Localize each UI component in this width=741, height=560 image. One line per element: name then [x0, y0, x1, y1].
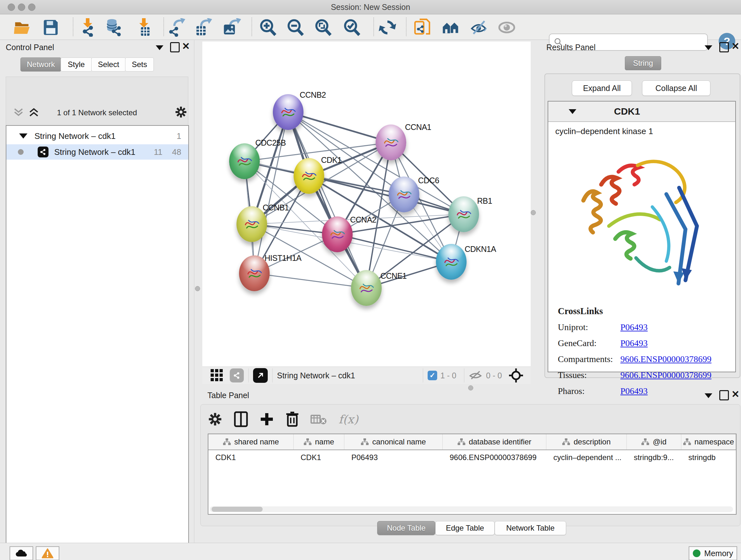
- edge-HIST1H1A-CCNE1[interactable]: [254, 273, 366, 288]
- entry-collapse-caret[interactable]: [569, 109, 576, 114]
- network-canvas[interactable]: CCNB2 CCNA1 CDC25B CDK1 CDC6 RB1 CCNB1 C…: [202, 42, 531, 367]
- gear-icon[interactable]: [175, 106, 187, 118]
- horizontal-scrollbar[interactable]: [210, 506, 733, 512]
- table-panel-float-icon[interactable]: [719, 390, 729, 400]
- hidden-eye-icon[interactable]: [469, 370, 482, 381]
- protein-thumbnail: [235, 152, 253, 170]
- edge-CCNB2-HIST1H1A[interactable]: [254, 112, 288, 273]
- tab-string[interactable]: String: [625, 56, 661, 70]
- first-neighbors-icon[interactable]: [442, 18, 460, 36]
- results-panel-close-icon[interactable]: ✕: [731, 42, 739, 51]
- collapse-all-button[interactable]: Collapse All: [642, 80, 711, 96]
- import-table-file-icon[interactable]: [134, 18, 152, 36]
- zoom-selected-icon[interactable]: [343, 18, 361, 36]
- tab-sets[interactable]: Sets: [125, 57, 154, 71]
- column-header-name[interactable]: name: [293, 434, 344, 449]
- save-session-icon[interactable]: [42, 18, 60, 36]
- results-panel-title: Results Panel: [546, 43, 596, 52]
- collection-expand-caret[interactable]: [19, 133, 27, 138]
- export-network-icon[interactable]: [167, 18, 186, 36]
- network-tree: String Network – cdk1 1 String Network –…: [6, 125, 189, 560]
- column-header-databaseidentifier[interactable]: database identifier: [443, 434, 546, 449]
- results-panel-dock-icon[interactable]: [704, 45, 712, 50]
- import-network-file-icon[interactable]: [77, 18, 96, 36]
- column-header-description[interactable]: description: [546, 434, 627, 449]
- node-CDC25B[interactable]: [229, 143, 260, 179]
- clone-network-icon[interactable]: [413, 18, 432, 36]
- table-panel-close-icon[interactable]: ✕: [731, 390, 739, 398]
- delete-column-icon[interactable]: [286, 411, 299, 427]
- warning-button[interactable]: [36, 546, 59, 560]
- tab-select[interactable]: Select: [91, 57, 126, 71]
- cell-id[interactable]: stringdb:9...: [627, 450, 681, 465]
- tab-node-table[interactable]: Node Table: [377, 521, 435, 535]
- import-network-database-icon[interactable]: [105, 18, 123, 36]
- node-CCNA2[interactable]: [322, 216, 353, 252]
- column-header-namespace[interactable]: namespace: [681, 434, 736, 449]
- node-RB1[interactable]: [448, 196, 479, 232]
- node-CDK1[interactable]: [293, 158, 324, 194]
- control-panel-close-icon[interactable]: ✕: [182, 42, 190, 51]
- export-table-icon[interactable]: [194, 18, 213, 36]
- column-header-id[interactable]: @id: [627, 434, 681, 449]
- table-row[interactable]: CDK1CDK1P064939606.ENSP00000378699cyclin…: [208, 450, 736, 465]
- node-label-CCNE1: CCNE1: [381, 271, 407, 281]
- cell-namespace[interactable]: stringdb: [681, 450, 736, 465]
- zoom-out-icon[interactable]: [286, 18, 305, 36]
- function-builder-icon[interactable]: f(x): [339, 413, 358, 426]
- cloud-button[interactable]: [10, 546, 33, 560]
- network-collection-row[interactable]: String Network – cdk1 1: [6, 128, 188, 144]
- string-style-icon[interactable]: [230, 368, 244, 382]
- create-column-icon[interactable]: [259, 412, 274, 427]
- result-entry-header[interactable]: CDK1: [548, 102, 735, 122]
- control-panel-float-icon[interactable]: [170, 42, 180, 52]
- hide-selected-icon[interactable]: [469, 18, 488, 36]
- cell-name[interactable]: CDK1: [293, 450, 344, 465]
- node-CCNE1[interactable]: [351, 270, 382, 306]
- grid-view-icon[interactable]: [210, 368, 224, 382]
- expand-all-button[interactable]: Expand All: [572, 80, 632, 96]
- node-label-CDK1: CDK1: [321, 155, 342, 165]
- node-CDKN1A[interactable]: [436, 244, 467, 280]
- crosslink-link[interactable]: P06493: [620, 338, 648, 348]
- network-row-selected[interactable]: String Network – cdk1 11 48: [6, 144, 188, 160]
- refresh-icon[interactable]: [378, 18, 397, 36]
- selected-checkbox-icon[interactable]: ✓: [428, 371, 437, 380]
- cell-databaseidentifier[interactable]: 9606.ENSP00000378699: [443, 450, 546, 465]
- edge-CCNB2-CCNA1[interactable]: [288, 112, 391, 142]
- show-eye-icon[interactable]: [497, 18, 516, 36]
- node-CCNA1[interactable]: [376, 125, 406, 160]
- left-splitter-handle[interactable]: [195, 286, 200, 291]
- export-image-icon[interactable]: [223, 18, 241, 36]
- results-panel-float-icon[interactable]: [719, 42, 729, 52]
- tab-style[interactable]: Style: [61, 57, 92, 71]
- table-header-row: shared namenamecanonical namedatabase id…: [208, 434, 736, 450]
- column-header-sharedname[interactable]: shared name: [208, 434, 293, 449]
- edge-CCNA2-CDKN1A[interactable]: [337, 234, 451, 262]
- show-column-icon[interactable]: [234, 411, 248, 427]
- open-in-window-icon[interactable]: [253, 368, 268, 383]
- table-settings-gear-icon[interactable]: [208, 412, 222, 427]
- column-header-canonicalname[interactable]: canonical name: [344, 434, 443, 449]
- cell-description[interactable]: cyclin–dependent ...: [546, 450, 627, 465]
- zoom-in-icon[interactable]: [259, 18, 278, 36]
- zoom-fit-icon[interactable]: [314, 18, 333, 36]
- cell-canonicalname[interactable]: P06493: [344, 450, 443, 465]
- tab-network-table[interactable]: Network Table: [495, 521, 566, 535]
- tab-network[interactable]: Network: [20, 57, 61, 71]
- tab-edge-table[interactable]: Edge Table: [435, 521, 495, 535]
- delete-table-icon[interactable]: [311, 414, 327, 425]
- table-panel-dock-icon[interactable]: [704, 393, 712, 398]
- crosslink-label: Compartments:: [558, 354, 620, 364]
- cell-sharedname[interactable]: CDK1: [208, 450, 293, 465]
- open-file-icon[interactable]: [13, 18, 32, 36]
- node-CCNB2[interactable]: [273, 94, 304, 130]
- node-CDC6[interactable]: [389, 177, 419, 212]
- memory-button[interactable]: Memory: [689, 546, 737, 560]
- crosslink-link[interactable]: 9606.ENSP00000378699: [620, 354, 711, 364]
- warning-icon: [42, 548, 53, 558]
- crosslink-link[interactable]: P06493: [620, 322, 648, 332]
- birds-eye-icon[interactable]: [509, 368, 524, 383]
- crosslink-link[interactable]: 9606.ENSP00000378699: [620, 370, 711, 380]
- control-panel-dock-icon[interactable]: [156, 45, 163, 50]
